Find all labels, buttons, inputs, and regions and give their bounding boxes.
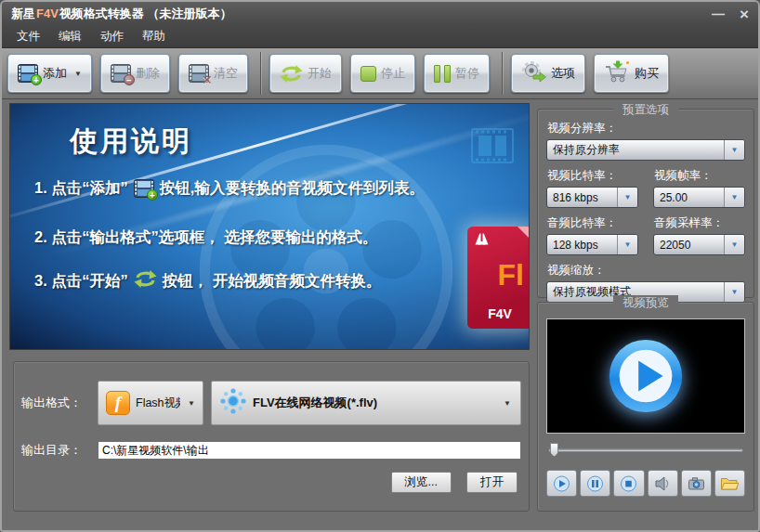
filmstrip-deco-icon (471, 128, 514, 163)
open-button[interactable]: 打开 (466, 472, 518, 493)
video-scale-label: 视频缩放： (547, 263, 745, 279)
plus-badge-icon: + (31, 74, 42, 85)
window-title: 新星F4V视频格式转换器 （未注册版本） (11, 6, 231, 22)
snapshot-button[interactable] (681, 470, 712, 497)
slider-thumb[interactable] (550, 443, 558, 457)
play-button[interactable] (546, 470, 577, 497)
audio-bitrate-label: 音频比特率： (547, 215, 638, 231)
dropdown-arrow-button[interactable]: ▼ (724, 282, 744, 302)
instruction-step-2: 2. 点击“输出格式”选项框， 选择您要输出的格式。 (34, 227, 377, 248)
minus-badge-icon: − (124, 74, 135, 85)
output-dir-row: 输出目录： (21, 441, 521, 460)
remove-button-label: 删除 (136, 65, 160, 82)
close-button[interactable]: × (740, 6, 749, 22)
samplerate-select[interactable]: 22050 ▼ (653, 234, 745, 255)
stop-icon (360, 66, 376, 82)
film-add-inline-icon: + (134, 179, 154, 198)
pause-button[interactable]: 暂停 (424, 54, 490, 93)
output-buttons-row: 浏览... 打开 (21, 472, 521, 493)
f4v-file-icon: Fl F4V (467, 227, 530, 329)
menu-file[interactable]: 文件 (7, 26, 49, 47)
volume-button[interactable] (648, 470, 678, 497)
cart-icon (604, 60, 630, 86)
toolbar-separator (502, 52, 503, 95)
preview-group-title: 视频预览 (613, 295, 678, 311)
dropdown-arrow-button[interactable]: ▼ (724, 140, 744, 160)
dropdown-arrow-button[interactable]: ▼ (724, 188, 744, 207)
add-button-label: 添加 (43, 65, 67, 82)
remove-button[interactable]: − 删除 (100, 54, 170, 93)
menu-help[interactable]: 帮助 (133, 26, 175, 47)
flash-logo-icon: f (106, 391, 130, 415)
play-overlay-icon[interactable] (605, 335, 687, 417)
film-remove-icon: − (111, 64, 131, 83)
pause-playback-button[interactable] (580, 470, 610, 497)
f4v-format-text: F4V (467, 306, 530, 321)
dropdown-arrow-button[interactable]: ▼ (617, 188, 637, 207)
stop-button-label: 停止 (381, 65, 405, 82)
format-category-select[interactable]: f Flash视频 ▼ (98, 381, 203, 425)
menu-edit[interactable]: 编辑 (49, 26, 91, 47)
client-area: 使用说明 1. 点击“添加” + 按钮,输入要转换的音视频文件到列表。 2. 点… (2, 99, 758, 529)
chevron-down-icon: ▼ (731, 146, 739, 154)
chevron-down-icon: ▼ (624, 240, 632, 249)
video-bitrate-select[interactable]: 816 kbps ▼ (546, 187, 638, 208)
options-button-label: 选项 (551, 65, 575, 82)
folded-corner (518, 227, 530, 241)
chevron-down-icon: ▼ (731, 193, 739, 201)
video-preview-group: 视频预览 (537, 302, 754, 512)
format-profile-select[interactable]: FLV在线网络视频(*.flv) ▼ (211, 381, 521, 425)
framerate-select[interactable]: 25.00 ▼ (653, 187, 745, 208)
film-add-icon: + (18, 64, 38, 83)
pause-icon (434, 65, 451, 83)
browse-button[interactable]: 浏览... (391, 472, 452, 493)
x-badge-icon: ✕ (202, 74, 213, 85)
stop-playback-button[interactable] (613, 470, 644, 497)
player-controls (546, 470, 745, 497)
audio-bitrate-select[interactable]: 128 kbps ▼ (546, 234, 638, 255)
gear-icon (521, 60, 546, 87)
buy-button[interactable]: 购买 (594, 54, 669, 93)
plus-badge-icon: + (147, 189, 158, 201)
chevron-down-icon: ▼ (504, 399, 511, 408)
video-bitrate-label: 视频比特率： (547, 168, 638, 184)
start-button-label: 开始 (308, 65, 332, 82)
slider-track[interactable] (548, 448, 743, 452)
resolution-select[interactable]: 保持原分辨率 ▼ (546, 139, 745, 161)
resolution-label: 视频分辨率： (547, 121, 745, 136)
dropdown-arrow-button[interactable]: ▼ (724, 235, 744, 254)
fl-logo-text: Fl (498, 258, 524, 292)
output-settings-group: 输出格式： f Flash视频 ▼ FLV在线网络视频(*.flv) ▼ 输出目… (13, 361, 530, 512)
app-window: 新星F4V视频格式转换器 （未注册版本） — × 文件 编辑 动作 帮助 + 添… (0, 0, 760, 532)
title-bar: 新星F4V视频格式转换器 （未注册版本） — × (2, 2, 758, 26)
buy-button-label: 购买 (635, 65, 659, 82)
menu-bar: 文件 编辑 动作 帮助 (2, 26, 758, 48)
seek-slider[interactable] (548, 443, 743, 458)
add-dropdown-arrow[interactable]: ▼ (74, 70, 82, 78)
output-dir-input[interactable] (98, 441, 521, 460)
stop-button[interactable]: 停止 (350, 54, 415, 93)
open-folder-button[interactable] (714, 470, 745, 497)
banner-title: 使用说明 (70, 123, 192, 161)
chevron-down-icon: ▼ (624, 193, 632, 201)
menu-action[interactable]: 动作 (91, 26, 133, 47)
flv-profile-icon (219, 387, 247, 419)
samplerate-label: 音频采样率： (654, 215, 745, 231)
video-preview-screen (546, 318, 745, 434)
start-button[interactable]: 开始 (269, 54, 342, 93)
output-format-label: 输出格式： (21, 395, 90, 411)
minimize-button[interactable]: — (712, 7, 725, 20)
clear-button[interactable]: ✕ 清空 (178, 54, 248, 93)
output-dir-label: 输出目录： (21, 442, 90, 459)
chevron-down-icon: ▼ (731, 288, 739, 296)
pause-button-label: 暂停 (455, 65, 479, 82)
output-format-row: 输出格式： f Flash视频 ▼ FLV在线网络视频(*.flv) ▼ (21, 381, 521, 425)
add-button[interactable]: + 添加 ▼ (7, 54, 92, 93)
window-controls: — × (712, 6, 749, 22)
film-clear-icon: ✕ (189, 64, 209, 83)
dropdown-arrow-button[interactable]: ▼ (617, 235, 637, 254)
start-convert-inline-icon (134, 269, 157, 292)
instruction-step-3: 3. 点击“开始” 按钮， 开始视频音频文件转换。 (34, 269, 381, 292)
options-button[interactable]: 选项 (511, 54, 585, 93)
adobe-logo-icon (475, 233, 489, 245)
